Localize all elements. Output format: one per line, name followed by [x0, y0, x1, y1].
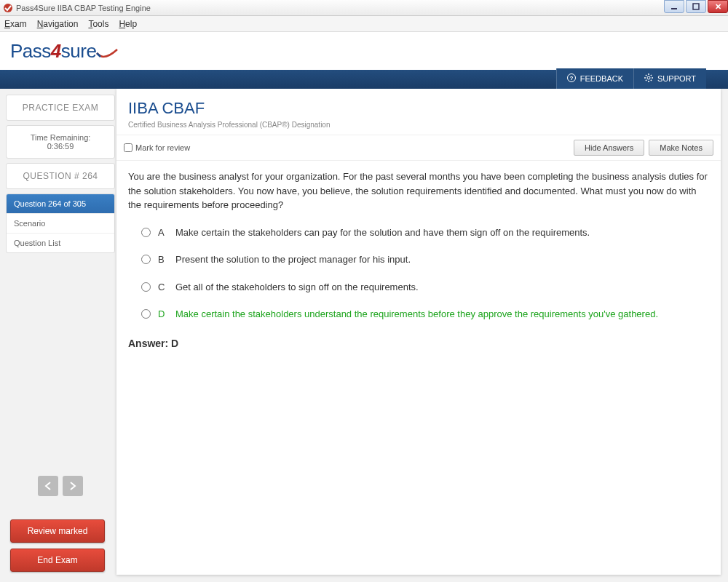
option-d[interactable]: D Make certain the stakeholders understa…	[141, 307, 709, 322]
sidebar-tabs: Question 264 of 305 Scenario Question Li…	[6, 194, 115, 253]
window-maximize-button[interactable]	[686, 0, 706, 13]
gear-icon	[644, 73, 653, 84]
review-marked-button[interactable]: Review marked	[10, 519, 105, 543]
prev-question-button[interactable]	[38, 476, 58, 496]
practice-exam-label: PRACTICE EXAM	[9, 103, 111, 113]
hide-answers-button[interactable]: Hide Answers	[574, 140, 644, 156]
logo-four: 4	[51, 40, 61, 62]
time-remaining-label: Time Remaining:	[9, 133, 111, 142]
time-remaining-value: 0:36:59	[9, 142, 111, 151]
sidebar-tab-question-list[interactable]: Question List	[7, 233, 114, 252]
menu-exam[interactable]: Exam	[4, 19, 27, 29]
question-mark-icon: ?	[567, 73, 576, 84]
window-controls: ✕	[662, 0, 728, 15]
bottom-actions: Review marked End Exam	[10, 519, 105, 572]
make-notes-button[interactable]: Make Notes	[649, 140, 713, 156]
menu-navigation[interactable]: Navigation	[37, 19, 79, 29]
sidebar: PRACTICE EXAM Time Remaining: 0:36:59 QU…	[0, 89, 115, 582]
feedback-button[interactable]: ? FEEDBACK	[556, 68, 633, 89]
svg-line-10	[646, 75, 646, 76]
option-d-text: Make certain the stakeholders understand…	[175, 307, 709, 322]
menu-bar: Exam Navigation Tools Help	[0, 16, 728, 32]
svg-text:?: ?	[569, 75, 573, 81]
svg-rect-2	[693, 4, 699, 9]
mark-for-review-checkbox[interactable]	[124, 143, 132, 152]
main-panel: IIBA CBAF Certified Business Analysis Pr…	[116, 89, 721, 575]
app-icon	[3, 3, 13, 13]
logo-check-icon	[96, 41, 118, 52]
answer-line: Answer: D	[128, 336, 709, 351]
svg-point-0	[4, 4, 12, 12]
svg-rect-1	[671, 8, 677, 9]
option-d-letter: D	[158, 307, 168, 322]
nav-arrows	[6, 476, 115, 496]
mark-for-review-label: Mark for review	[135, 143, 190, 152]
window-titlebar: Pass4Sure IIBA CBAP Testing Engine ✕	[0, 0, 728, 16]
options-group: A Make certain the stakeholders can pay …	[141, 226, 709, 322]
logo-pass: Pass	[10, 40, 51, 62]
window-minimize-button[interactable]	[664, 0, 684, 13]
option-d-radio[interactable]	[141, 309, 151, 319]
end-exam-button[interactable]: End Exam	[10, 549, 105, 572]
logo-sure: sure	[61, 40, 97, 62]
option-a-radio[interactable]	[141, 228, 151, 237]
practice-exam-card: PRACTICE EXAM	[6, 95, 115, 121]
option-b-radio[interactable]	[141, 255, 151, 264]
question-stem: You are the business analyst for your or…	[128, 170, 709, 212]
sidebar-tab-progress[interactable]: Question 264 of 305	[7, 194, 114, 213]
question-number-card: QUESTION # 264	[6, 163, 115, 189]
option-b[interactable]: B Present the solution to the project ma…	[141, 252, 709, 267]
mark-for-review[interactable]: Mark for review	[124, 143, 190, 152]
option-a-text: Make certain the stakeholders can pay fo…	[175, 226, 709, 240]
menu-tools[interactable]: Tools	[88, 19, 108, 29]
workspace: PRACTICE EXAM Time Remaining: 0:36:59 QU…	[0, 89, 728, 582]
svg-line-13	[651, 75, 652, 76]
feedback-label: FEEDBACK	[580, 74, 623, 83]
svg-line-12	[646, 80, 646, 81]
option-c-letter: C	[158, 280, 168, 295]
exam-subtitle: Certified Business Analysis Professional…	[128, 121, 709, 129]
logo-band: Pass4sure	[0, 32, 728, 70]
question-body: You are the business analyst for your or…	[116, 161, 721, 575]
menu-help[interactable]: Help	[119, 19, 137, 29]
option-c-radio[interactable]	[141, 282, 151, 292]
panel-header: IIBA CBAF Certified Business Analysis Pr…	[116, 89, 721, 135]
brand-logo: Pass4sure	[10, 40, 118, 63]
time-remaining-card: Time Remaining: 0:36:59	[6, 125, 115, 159]
blue-band: ? FEEDBACK SUPPORT	[0, 70, 728, 89]
svg-point-5	[647, 76, 650, 79]
question-number-label: QUESTION # 264	[9, 171, 111, 181]
next-question-button[interactable]	[63, 476, 83, 496]
exam-title: IIBA CBAF	[128, 99, 709, 118]
option-b-text: Present the solution to the project mana…	[175, 252, 709, 267]
question-toolbar: Mark for review Hide Answers Make Notes	[116, 135, 721, 161]
option-a[interactable]: A Make certain the stakeholders can pay …	[141, 226, 709, 240]
support-label: SUPPORT	[657, 74, 696, 83]
option-c-text: Get all of the stakeholders to sign off …	[175, 280, 709, 295]
window-close-button[interactable]: ✕	[708, 0, 728, 13]
svg-line-11	[651, 80, 652, 81]
sidebar-tab-scenario[interactable]: Scenario	[7, 213, 114, 233]
support-button[interactable]: SUPPORT	[633, 68, 706, 89]
option-b-letter: B	[158, 252, 168, 267]
option-a-letter: A	[158, 226, 168, 240]
window-title: Pass4Sure IIBA CBAP Testing Engine	[16, 4, 151, 12]
option-c[interactable]: C Get all of the stakeholders to sign of…	[141, 280, 709, 295]
